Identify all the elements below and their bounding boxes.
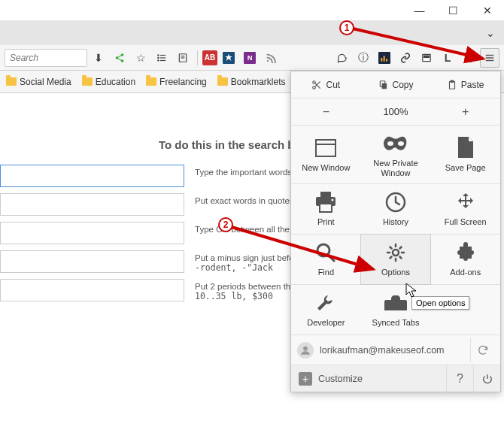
search-field[interactable] — [0, 165, 184, 187]
folder-icon — [82, 77, 93, 86]
callout-1: 1 — [339, 20, 354, 35]
search-input[interactable] — [5, 49, 87, 67]
callout-2: 2 — [218, 217, 233, 232]
svg-rect-33 — [316, 140, 335, 156]
letter-l-icon[interactable]: L — [438, 48, 457, 68]
find-button[interactable]: Find — [291, 235, 361, 284]
bookmark-folder[interactable]: Education — [82, 77, 135, 87]
folder-icon — [6, 77, 17, 86]
power-icon[interactable] — [473, 365, 500, 392]
svg-rect-16 — [386, 59, 387, 61]
svg-rect-19 — [427, 56, 430, 57]
cut-button[interactable]: Cut — [291, 74, 361, 96]
svg-rect-14 — [381, 58, 382, 62]
search-box[interactable] — [5, 49, 87, 67]
fullscreen-button[interactable]: Full Screen — [430, 184, 500, 234]
bookmark-folder[interactable]: Social Media — [6, 77, 71, 87]
link-icon[interactable] — [396, 48, 415, 68]
svg-point-25 — [313, 80, 316, 83]
help-icon[interactable]: ? — [446, 365, 473, 392]
bookmark-folder[interactable]: Bookmarklets — [217, 77, 286, 87]
bookmark-star-icon[interactable] — [219, 48, 238, 68]
svg-point-40 — [332, 199, 334, 201]
download-icon[interactable]: ⬇ — [89, 48, 108, 68]
addons-button[interactable]: Add-ons — [430, 235, 500, 284]
svg-point-36 — [398, 141, 404, 146]
onenote-icon[interactable]: N — [240, 48, 260, 68]
svg-point-35 — [387, 141, 393, 146]
copy-icon[interactable] — [459, 48, 478, 68]
folder-icon — [217, 77, 228, 86]
empty-cell — [430, 285, 500, 335]
svg-rect-29 — [381, 83, 386, 89]
new-window-button[interactable]: New Window — [291, 126, 361, 183]
close-button[interactable]: ✕ — [470, 0, 504, 21]
svg-point-5 — [158, 59, 159, 60]
search-field[interactable] — [0, 250, 184, 273]
copy-button[interactable]: Copy — [361, 74, 431, 96]
hamburger-menu-panel: Cut Copy Paste − 100% + New Window New P… — [290, 71, 501, 392]
sync-icon[interactable] — [470, 338, 494, 362]
cursor-icon — [405, 283, 417, 299]
svg-point-44 — [393, 250, 399, 256]
svg-point-45 — [303, 347, 308, 351]
zoom-in-button[interactable]: + — [430, 99, 500, 125]
footer-row: +Customize ? — [291, 365, 500, 392]
print-button[interactable]: Print — [291, 184, 361, 234]
svg-rect-32 — [451, 80, 454, 82]
svg-text:N: N — [247, 54, 253, 62]
new-private-window-button[interactable]: New Private Window — [361, 126, 431, 183]
tabstrip: ⌄ — [0, 21, 504, 45]
developer-button[interactable]: Developer — [291, 285, 361, 335]
main-toolbar: ⬇ ☆ AB N ⓘ L — [0, 45, 504, 71]
account-row[interactable]: lorikaufman@makeuseof.com — [291, 335, 500, 365]
list-icon[interactable] — [152, 48, 172, 68]
tooltip: Open options — [411, 296, 469, 310]
adblock-icon[interactable]: AB — [202, 50, 217, 65]
svg-point-3 — [158, 54, 159, 55]
hamburger-menu-button[interactable] — [480, 48, 499, 68]
chevron-down-icon[interactable]: ⌄ — [486, 27, 495, 39]
maximize-button[interactable]: ☐ — [436, 0, 470, 21]
rss-icon[interactable] — [261, 48, 281, 68]
svg-line-43 — [328, 255, 334, 261]
readinglist-icon[interactable] — [173, 48, 193, 68]
paste-button[interactable]: Paste — [430, 74, 500, 96]
share-icon[interactable] — [110, 48, 129, 68]
synced-tabs-button[interactable]: Synced Tabs — [361, 285, 431, 335]
minimize-button[interactable]: — — [402, 0, 436, 21]
svg-rect-15 — [384, 56, 385, 61]
search-field[interactable] — [0, 279, 184, 301]
svg-rect-39 — [320, 204, 332, 212]
chat-icon[interactable] — [332, 48, 352, 68]
svg-rect-37 — [320, 192, 331, 197]
bookmark-folder[interactable]: Freelancing — [146, 77, 207, 87]
search-field[interactable] — [0, 222, 184, 244]
customize-button[interactable]: +Customize — [291, 372, 446, 386]
svg-point-26 — [313, 86, 316, 89]
svg-point-4 — [158, 57, 159, 58]
stats-icon[interactable] — [375, 48, 394, 68]
history-button[interactable]: History — [361, 184, 431, 234]
panorama-icon[interactable] — [417, 48, 436, 68]
zoom-value: 100% — [361, 100, 431, 123]
svg-rect-18 — [424, 56, 427, 57]
titlebar: — ☐ ✕ — [0, 0, 504, 21]
search-field[interactable] — [0, 193, 184, 216]
plus-icon: + — [299, 372, 312, 386]
zoom-out-button[interactable]: − — [291, 99, 361, 125]
save-page-button[interactable]: Save Page — [430, 126, 500, 183]
star-icon[interactable]: ☆ — [131, 48, 150, 68]
options-button[interactable]: Options — [360, 234, 432, 285]
folder-icon — [146, 77, 156, 86]
account-email: lorikaufman@makeuseof.com — [320, 345, 464, 356]
toolbar-separator — [197, 50, 198, 65]
info-icon[interactable]: ⓘ — [354, 48, 373, 68]
avatar-icon — [297, 342, 314, 359]
svg-point-12 — [267, 59, 269, 61]
